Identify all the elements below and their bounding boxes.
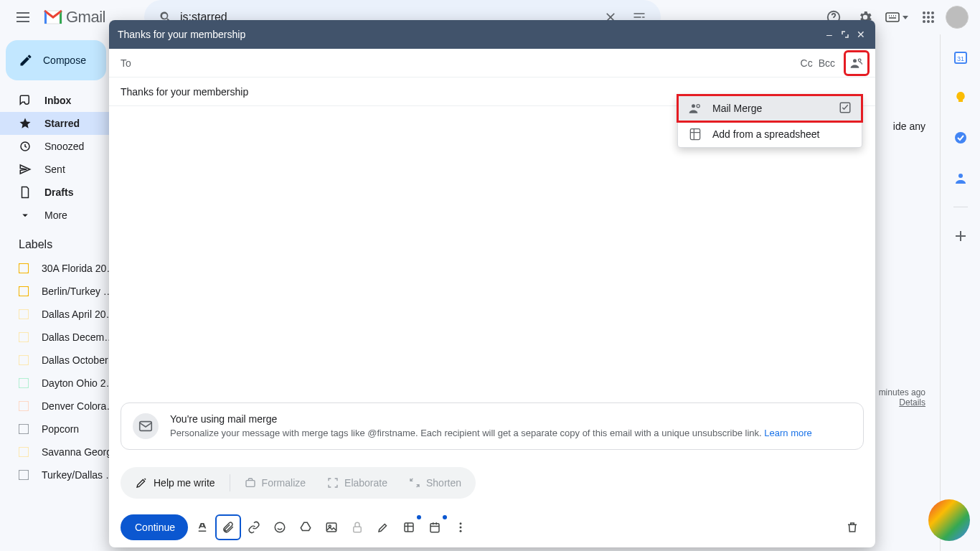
gmail-logo[interactable]: Gmail [43, 8, 105, 27]
tasks-app-icon[interactable] [946, 123, 975, 152]
svg-point-29 [853, 59, 857, 62]
contacts-dropdown: Mail Merge Add from a spreadsheet [677, 95, 862, 148]
svg-point-28 [958, 174, 963, 178]
contacts-icon [849, 56, 864, 70]
insert-link-icon[interactable] [242, 516, 265, 539]
apps-grid-icon[interactable] [914, 3, 943, 32]
compose-body[interactable] [109, 106, 875, 394]
insert-emoji-icon[interactable] [268, 516, 291, 539]
addon-add-icon[interactable] [946, 222, 975, 250]
help-me-write-button[interactable]: Help me write [125, 470, 225, 496]
svg-point-9 [927, 20, 930, 23]
dropdown-label: Add from a spreadsheet [712, 128, 819, 140]
details-link[interactable]: Details [899, 397, 925, 408]
svg-rect-42 [430, 524, 439, 532]
formatting-options-icon[interactable] [191, 516, 214, 539]
label-tag-icon [19, 447, 29, 457]
new-badge-dot [417, 515, 421, 519]
divider [230, 474, 230, 491]
insert-signature-icon[interactable] [372, 516, 395, 539]
account-avatar[interactable] [946, 6, 969, 29]
sidebar-label: Snoozed [44, 141, 84, 152]
label-text: 30A Florida 20… [42, 263, 116, 274]
main-menu-button[interactable] [6, 0, 40, 34]
google-assistant-fab[interactable] [928, 499, 970, 541]
sidebar-label: Inbox [44, 95, 71, 106]
svg-point-32 [697, 105, 699, 108]
pencil-icon [19, 53, 33, 67]
calendar-app-icon[interactable]: 31 [946, 43, 975, 72]
insert-drive-icon[interactable] [294, 516, 317, 539]
gmail-icon [43, 9, 63, 25]
insert-image-icon[interactable] [320, 516, 343, 539]
svg-rect-20 [19, 447, 29, 457]
label-tag-icon [19, 470, 29, 480]
svg-text:31: 31 [956, 55, 963, 62]
new-badge-dot [443, 515, 447, 519]
label-tag-icon [19, 332, 29, 342]
svg-point-6 [927, 16, 930, 19]
compose-toolbar: Continue [109, 507, 875, 547]
send-button[interactable]: Continue [121, 514, 188, 540]
svg-point-37 [275, 522, 285, 532]
cc-link[interactable]: Cc [801, 57, 813, 69]
shorten-button[interactable]: Shorten [399, 470, 471, 496]
svg-point-3 [927, 11, 930, 14]
compose-titlebar[interactable]: Thanks for your membership – ✕ [109, 20, 875, 49]
dropdown-label: Mail Merge [712, 103, 762, 114]
confidential-mode-icon[interactable] [346, 516, 369, 539]
activity-text: minutes ago [879, 387, 925, 397]
label-tag-icon [19, 378, 29, 388]
contacts-app-icon[interactable] [946, 164, 975, 192]
recipients-row[interactable]: To Cc Bcc [109, 49, 875, 77]
compose-button[interactable]: Compose [6, 40, 106, 80]
mail-merge-banner: You're using mail merge Personalize your… [121, 402, 864, 450]
attach-file-icon[interactable] [217, 516, 240, 539]
close-icon[interactable]: ✕ [855, 29, 867, 40]
svg-rect-40 [354, 527, 362, 532]
banner-body: Personalize your message with merge tags… [170, 428, 812, 438]
elaborate-button[interactable]: Elaborate [317, 470, 397, 496]
sidebar-label: More [44, 209, 67, 221]
svg-rect-17 [19, 378, 29, 388]
empty-state-text: ide any [893, 121, 925, 132]
label-text: Turkey/Dallas … [42, 469, 116, 481]
svg-point-30 [858, 59, 861, 62]
svg-point-10 [931, 20, 934, 23]
sidebar-label: Sent [44, 164, 65, 175]
bcc-link[interactable]: Bcc [819, 57, 835, 69]
spreadsheet-icon [688, 127, 702, 141]
formalize-button[interactable]: Formalize [235, 470, 316, 496]
keep-app-icon[interactable] [946, 83, 975, 112]
to-input[interactable] [139, 57, 864, 69]
schedule-send-icon-wrap [423, 516, 446, 539]
label-tag-icon [19, 263, 29, 273]
check-icon [839, 101, 852, 116]
file-icon [19, 186, 32, 199]
chevron-down-icon [19, 209, 32, 222]
input-tools-icon[interactable] [882, 3, 911, 32]
learn-more-link[interactable]: Learn more [764, 428, 811, 438]
building-blocks-icon[interactable] [397, 516, 420, 539]
fullscreen-icon[interactable] [839, 29, 851, 40]
people-icon [688, 101, 702, 116]
svg-point-5 [923, 16, 925, 19]
svg-rect-13 [19, 286, 29, 296]
svg-point-45 [460, 530, 462, 532]
contacts-picker-button[interactable] [847, 53, 867, 73]
dropdown-item-mail-merge[interactable]: Mail Merge [678, 95, 862, 121]
star-icon [19, 117, 32, 130]
svg-point-7 [931, 16, 934, 19]
label-text: Popcorn [42, 423, 79, 435]
svg-rect-12 [19, 263, 29, 273]
more-options-icon[interactable] [449, 516, 472, 539]
briefcase-icon [245, 477, 256, 489]
label-text: Denver Colora… [42, 400, 116, 412]
svg-point-2 [923, 11, 925, 14]
send-icon [19, 163, 32, 176]
dropdown-item-spreadsheet[interactable]: Add from a spreadsheet [678, 121, 862, 147]
compose-label: Compose [43, 55, 86, 66]
minimize-icon[interactable]: – [824, 29, 835, 40]
discard-draft-icon[interactable] [841, 516, 864, 539]
schedule-send-icon[interactable] [423, 516, 446, 539]
